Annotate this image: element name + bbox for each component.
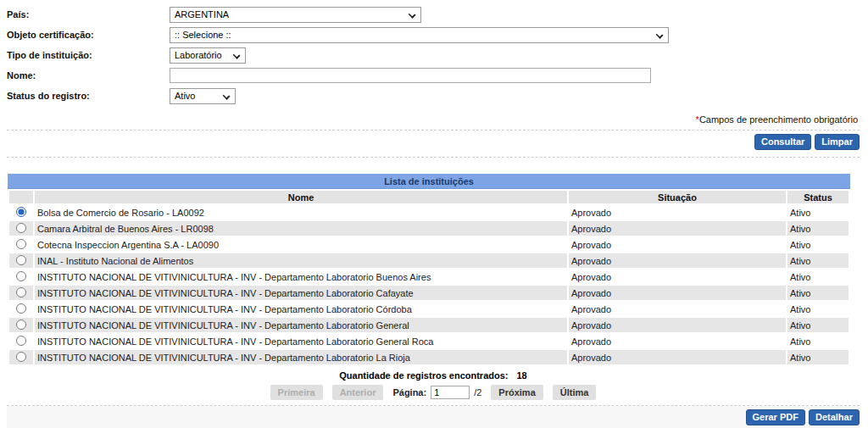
result-actions-bar: Gerar PDF Detalhar [7,406,860,428]
row-status: Ativo [787,286,849,300]
row-select-radio[interactable] [16,352,26,362]
row-select-radio[interactable] [16,239,26,249]
table-title: Lista de instituições [8,174,850,189]
total-pages-label: /2 [474,387,481,397]
required-note-text: Campos de preenchimento obrigatório [699,114,858,125]
limpar-button[interactable]: Limpar [815,134,860,150]
tipo-instituicao-select-value: Laboratório [175,50,222,60]
divider [7,157,860,158]
search-actions-bar: Consultar Limpar [7,131,860,153]
table-row[interactable]: Bolsa de Comercio de Rosario - LA0092 Ap… [9,205,849,220]
row-nome: INSTITUTO NACIONAL DE VITIVINICULTURA - … [35,270,567,284]
row-select-radio[interactable] [16,287,26,297]
row-select-radio[interactable] [16,223,26,233]
row-situacao: Aprovado [569,221,786,236]
row-situacao: Aprovado [569,302,786,316]
row-situacao: Aprovado [569,350,786,364]
row-select-radio[interactable] [16,303,26,314]
row-situacao: Aprovado [569,237,786,252]
consultar-button[interactable]: Consultar [754,134,811,150]
records-count-value: 18 [517,370,527,381]
row-situacao: Aprovado [569,253,786,268]
table-row[interactable]: INSTITUTO NACIONAL DE VITIVINICULTURA - … [9,286,849,300]
table-row[interactable]: INAL - Instituto Nacional de Alimentos A… [9,253,849,268]
chevron-down-icon [409,10,416,18]
row-radio-cell [9,286,33,300]
row-radio-cell [9,221,33,236]
search-institutions-page: País: ARGENTINA Objeto certificação: :: … [0,0,868,428]
row-status: Ativo [787,221,849,236]
pais-label: País: [7,9,170,19]
table-row[interactable]: Camara Arbitral de Buenos Aires - LR0098… [9,221,849,236]
pais-select[interactable]: ARGENTINA [170,7,421,23]
row-status: Ativo [787,237,849,252]
row-situacao: Aprovado [569,286,786,300]
column-header-nome: Nome [35,191,567,203]
column-header-status: Status [787,191,849,203]
tipo-instituicao-select[interactable]: Laboratório [170,47,246,64]
objeto-certificacao-select-value: :: Selecione :: [175,30,231,40]
records-count-label: Quantidade de registros encontrados: [339,370,508,381]
row-status: Ativo [787,350,849,364]
required-fields-note: *Campos de preenchimento obrigatório [7,114,858,125]
table-header-row: Nome Situação Status [9,191,849,203]
row-radio-cell [9,205,33,220]
nome-input[interactable] [170,68,651,83]
row-nome: Camara Arbitral de Buenos Aires - LR0098 [35,221,567,236]
table-row[interactable]: INSTITUTO NACIONAL DE VITIVINICULTURA - … [9,350,849,364]
tipo-instituicao-label: Tipo de instituição: [7,50,170,60]
row-radio-cell [9,270,33,284]
form-row-pais: País: ARGENTINA [7,7,860,22]
row-radio-cell [9,350,33,364]
row-status: Ativo [787,270,849,284]
pais-select-value: ARGENTINA [175,9,229,19]
row-status: Ativo [787,302,849,316]
table-row[interactable]: Cotecna Inspeccion Argentina S.A - LA009… [9,237,849,252]
row-select-radio[interactable] [16,336,26,346]
row-select-radio[interactable] [16,271,26,281]
row-select-radio[interactable] [16,320,26,330]
row-situacao: Aprovado [569,270,786,284]
row-nome: Bolsa de Comercio de Rosario - LA0092 [35,205,567,220]
detalhar-button[interactable]: Detalhar [809,409,860,425]
pagination-bar: Primeira Anterior Página: /2 Próxima Últ… [7,384,860,401]
table-row[interactable]: INSTITUTO NACIONAL DE VITIVINICULTURA - … [9,318,849,332]
row-nome: INSTITUTO NACIONAL DE VITIVINICULTURA - … [35,350,567,364]
nome-label: Nome: [7,70,170,81]
row-nome: INSTITUTO NACIONAL DE VITIVINICULTURA - … [35,286,567,300]
page-number-group: Página: /2 [392,386,481,399]
first-page-button[interactable]: Primeira [270,385,323,400]
chevron-down-icon [233,51,241,58]
row-status: Ativo [787,334,849,348]
objeto-certificacao-label: Objeto certificação: [7,30,170,40]
row-nome: INSTITUTO NACIONAL DE VITIVINICULTURA - … [35,334,567,348]
row-select-radio[interactable] [16,207,26,217]
status-registro-label: Status do registro: [7,91,170,101]
status-registro-select-value: Ativo [175,91,195,101]
form-row-nome: Nome: [7,68,860,83]
row-select-radio[interactable] [16,255,26,265]
status-registro-select[interactable]: Ativo [170,88,236,104]
last-page-button[interactable]: Última [553,385,597,400]
table-row[interactable]: INSTITUTO NACIONAL DE VITIVINICULTURA - … [9,270,849,284]
row-situacao: Aprovado [569,318,786,332]
row-nome: Cotecna Inspeccion Argentina S.A - LA009… [35,237,567,252]
form-row-tipo: Tipo de instituição: Laboratório [7,47,860,63]
gerar-pdf-button[interactable]: Gerar PDF [746,409,805,425]
institutions-table: Nome Situação Status Bolsa de Comercio d… [8,189,850,366]
row-nome: INSTITUTO NACIONAL DE VITIVINICULTURA - … [35,302,567,316]
page-number-input[interactable] [431,386,470,399]
row-status: Ativo [787,205,849,220]
chevron-down-icon [656,31,664,38]
next-page-button[interactable]: Próxima [491,385,542,400]
table-row[interactable]: INSTITUTO NACIONAL DE VITIVINICULTURA - … [9,302,849,316]
previous-page-button[interactable]: Anterior [332,385,384,400]
objeto-certificacao-select[interactable]: :: Selecione :: [170,27,669,43]
search-form: País: ARGENTINA Objeto certificação: :: … [7,7,860,103]
table-row[interactable]: INSTITUTO NACIONAL DE VITIVINICULTURA - … [9,334,849,348]
row-nome: INSTITUTO NACIONAL DE VITIVINICULTURA - … [35,318,567,332]
radio-column-header [9,191,33,203]
row-radio-cell [9,334,33,348]
records-count-line: Quantidade de registros encontrados:18 [7,370,860,381]
row-status: Ativo [787,318,849,332]
